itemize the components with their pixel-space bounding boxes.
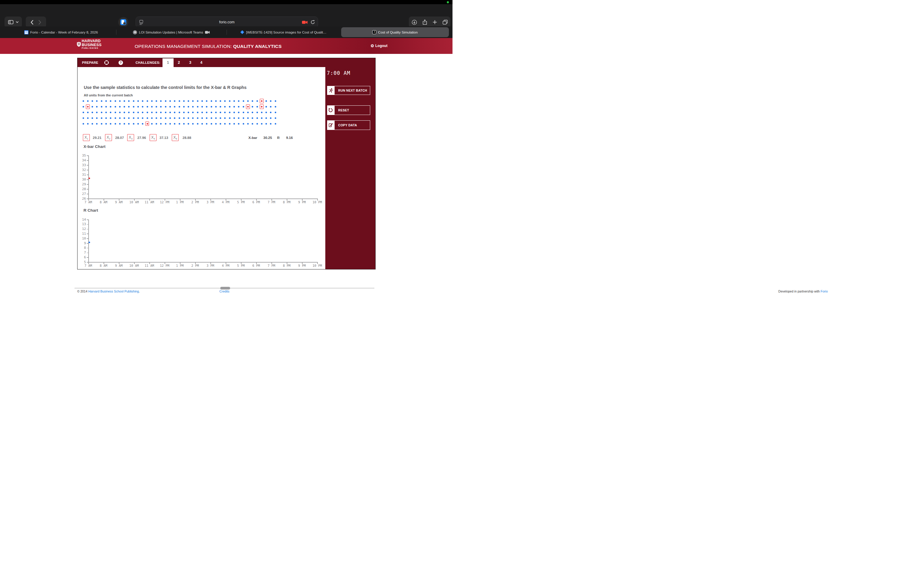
button-label: COPY DATA xyxy=(334,120,370,130)
x-tick-label: 9 PM xyxy=(294,264,310,267)
sidebar-icon xyxy=(8,20,13,24)
y-tick xyxy=(87,257,89,258)
y-tick xyxy=(87,229,89,230)
y-tick-label: 8 xyxy=(78,246,86,250)
new-tab-icon[interactable] xyxy=(433,20,437,24)
macos-menubar xyxy=(0,0,452,4)
y-tick xyxy=(87,253,89,253)
x-tick-label: 12 PM xyxy=(157,264,172,267)
tab-forio-calendar[interactable]: 31 Forio - Calendar - Week of February 8… xyxy=(6,27,116,37)
r-chart: 1413121110987657 AM8 AM9 AM10 AM11 AM12 … xyxy=(78,67,325,270)
page-title: OPERATIONS MANAGEMENT SIMULATION: QUALIT… xyxy=(135,44,282,49)
y-tick xyxy=(87,238,89,239)
downloads-icon[interactable] xyxy=(412,20,417,25)
reset-icon xyxy=(327,105,334,115)
y-tick-label: 10 xyxy=(78,237,86,240)
y-tick-label: 12 xyxy=(78,227,86,230)
x-tick-label: 10 PM xyxy=(310,264,325,267)
share-icon[interactable] xyxy=(422,19,427,25)
back-button[interactable] xyxy=(30,20,33,25)
reset-button[interactable]: RESET xyxy=(327,105,370,115)
app-header: HARVARD BUSINESS PUBLISHING OPERATIONS M… xyxy=(0,38,452,54)
x-tick-label: 7 AM xyxy=(81,264,96,267)
y-tick-label: 11 xyxy=(78,232,86,235)
camera-active-indicator xyxy=(447,1,449,3)
runner-icon xyxy=(327,86,334,95)
challenge-tab-4[interactable]: 4 xyxy=(199,58,204,67)
logo-line-3: PUBLISHING xyxy=(82,47,102,49)
y-tick xyxy=(87,219,89,220)
y-tick-label: 14 xyxy=(78,218,86,221)
simulation-panel: PREPARE ? CHALLENGES: 1 2 3 4 Use the sa… xyxy=(77,58,376,269)
x-tick-label: 11 AM xyxy=(142,264,157,267)
x-tick-label: 8 PM xyxy=(279,264,294,267)
y-tick-label: 13 xyxy=(78,222,86,226)
x-tick-label: 4 PM xyxy=(218,264,233,267)
hbs-shield-icon xyxy=(77,42,81,47)
x-tick-label: 3 PM xyxy=(203,264,218,267)
x-axis-line xyxy=(88,262,318,262)
tab-label: LOI Simulation Updates | Microsoft Teams xyxy=(139,30,203,34)
x-tick-label: 7 PM xyxy=(264,264,279,267)
x-tick-label: 8 AM xyxy=(96,264,111,267)
prepare-tab[interactable]: PREPARE xyxy=(82,58,98,67)
x-tick-label: 10 AM xyxy=(127,264,141,267)
forward-button[interactable] xyxy=(39,20,41,25)
tab-label: Forio - Calendar - Week of February 8, 2… xyxy=(30,30,98,34)
password-manager-icon xyxy=(120,19,126,25)
copy-data-button[interactable]: COPY DATA xyxy=(327,120,370,130)
tab-jira-website[interactable]: [WEBSITE-1429] Source images for Cost of… xyxy=(227,27,340,37)
help-icon[interactable]: ? xyxy=(119,60,123,65)
tab-microsoft-teams[interactable]: M LOI Simulation Updates | Microsoft Tea… xyxy=(116,27,226,37)
y-tick xyxy=(87,224,89,225)
jira-icon xyxy=(240,30,244,34)
credits-link[interactable]: Credits xyxy=(219,289,229,293)
run-next-batch-button[interactable]: RUN NEXT BATCH xyxy=(327,86,370,95)
control-sidebar: 7:00 AM RUN NEXT BATCH RESET COPY DATA xyxy=(325,58,375,269)
tab-label: Cost of Quality Simulation xyxy=(378,30,418,34)
camera-in-use-icon[interactable] xyxy=(302,21,308,24)
tab-label: [WEBSITE-1429] Source images for Cost of… xyxy=(246,30,326,34)
tab-camera-icon xyxy=(205,31,210,34)
password-extension-button[interactable] xyxy=(118,17,129,27)
challenge-tab-1-active[interactable]: 1 xyxy=(162,58,173,67)
google-calendar-icon: 31 xyxy=(24,30,29,35)
logout-button[interactable]: Logout xyxy=(370,44,387,48)
chart-data-point xyxy=(89,242,90,243)
challenge-content: Use the sample statistics to calculate t… xyxy=(78,67,325,269)
credits-container: Credits xyxy=(75,289,375,293)
y-tick xyxy=(87,248,89,248)
button-label: RUN NEXT BATCH xyxy=(334,86,370,95)
life-ring-icon[interactable] xyxy=(104,60,109,65)
y-tick-label: 5 xyxy=(78,260,86,264)
browser-tab-bar: 31 Forio - Calendar - Week of February 8… xyxy=(0,26,452,38)
y-tick-label: 7 xyxy=(78,251,86,254)
y-tick-label: 6 xyxy=(78,255,86,259)
url-text: forio.com xyxy=(136,20,318,24)
x-tick-label: 5 PM xyxy=(233,264,248,267)
y-tick-label: 9 xyxy=(78,241,86,245)
microsoft-teams-icon: M xyxy=(133,30,137,35)
y-axis-line xyxy=(88,219,89,262)
gear-icon xyxy=(370,44,374,48)
y-tick xyxy=(87,243,89,244)
simulation-clock: 7:00 AM xyxy=(327,70,351,76)
button-label: RESET xyxy=(334,105,370,115)
tab-cost-of-quality-active[interactable]: / Cost of Quality Simulation xyxy=(341,27,449,37)
x-tick-label: 6 PM xyxy=(249,264,264,267)
x-tick-label: 2 PM xyxy=(187,264,203,267)
challenge-tab-2[interactable]: 2 xyxy=(176,58,182,67)
challenges-label: CHALLENGES: xyxy=(136,58,160,67)
forio-favicon: / xyxy=(372,30,376,34)
tab-overview-icon[interactable] xyxy=(443,20,448,25)
y-tick xyxy=(87,234,89,234)
logo-line-1: HARVARD xyxy=(82,39,102,43)
x-tick-label: 1 PM xyxy=(172,264,187,267)
reload-icon[interactable] xyxy=(311,20,315,24)
challenge-tab-3[interactable]: 3 xyxy=(187,58,193,67)
browser-toolbar: forio.com xyxy=(0,4,452,26)
harvard-business-publishing-logo: HARVARD BUSINESS PUBLISHING xyxy=(77,39,102,49)
chevron-down-icon xyxy=(16,21,19,23)
horizontal-scrollbar-thumb[interactable] xyxy=(220,287,230,289)
x-tick-label: 9 AM xyxy=(111,264,126,267)
